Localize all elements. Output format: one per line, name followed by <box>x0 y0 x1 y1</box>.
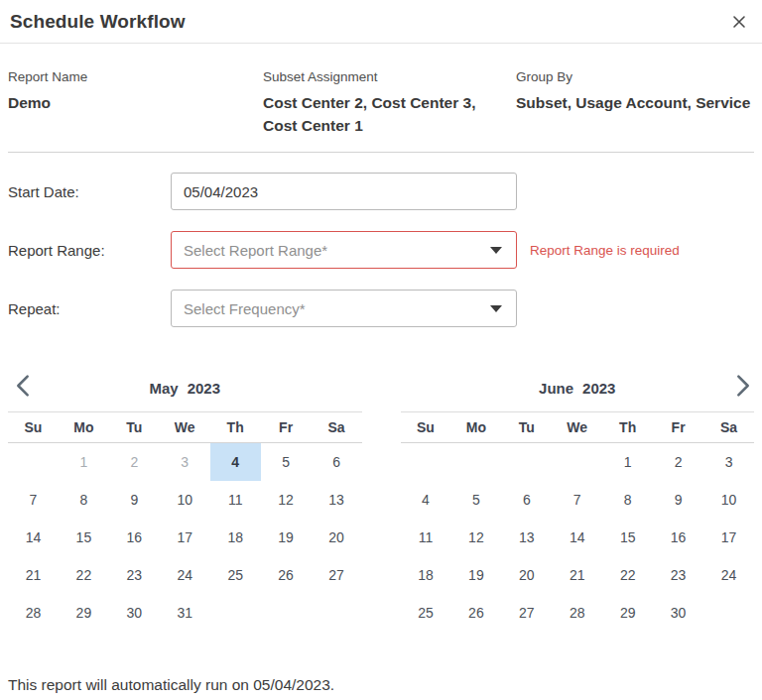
day-cell[interactable]: 26 <box>261 556 312 594</box>
day-cell[interactable]: 10 <box>160 481 210 519</box>
day-cell[interactable]: 1 <box>602 443 653 481</box>
day-cell[interactable]: 9 <box>109 481 160 519</box>
day-cell[interactable]: 19 <box>261 519 312 556</box>
day-cell[interactable]: 21 <box>552 556 602 594</box>
day-cell[interactable]: 5 <box>450 481 501 519</box>
weekday-label: Mo <box>59 419 109 435</box>
weekday-header: SuMoTuWeThFrSa <box>401 411 755 443</box>
day-cell[interactable]: 29 <box>602 594 653 632</box>
day-cell[interactable]: 22 <box>59 556 109 594</box>
weekday-label: We <box>160 419 210 435</box>
group-by-value: Subset, Usage Account, Service <box>516 91 754 114</box>
day-cell[interactable]: 31 <box>160 594 210 632</box>
day-cell[interactable]: 24 <box>160 556 210 594</box>
calendar-title: June2023 <box>401 380 755 397</box>
day-cell[interactable]: 7 <box>552 481 602 519</box>
day-cell[interactable]: 15 <box>59 519 109 556</box>
day-cell[interactable]: 5 <box>261 443 312 481</box>
month-name: May <box>149 380 178 397</box>
weekday-label: Sa <box>703 419 754 435</box>
day-cell[interactable]: 17 <box>160 519 210 556</box>
day-cell[interactable]: 29 <box>59 594 109 632</box>
weekday-label: Th <box>602 419 653 435</box>
day-cell[interactable]: 21 <box>8 556 59 594</box>
day-cell[interactable]: 22 <box>602 556 653 594</box>
day-cell[interactable]: 27 <box>501 594 552 632</box>
subset-assignment-value: Cost Center 2, Cost Center 3, Cost Cente… <box>263 91 501 137</box>
footer-note: This report will automatically run on 05… <box>8 676 762 694</box>
day-cell[interactable]: 16 <box>109 519 160 556</box>
day-cell[interactable]: 28 <box>552 594 602 632</box>
day-cell[interactable]: 3 <box>160 443 210 481</box>
empty-day-cell <box>552 443 602 481</box>
weekday-label: Su <box>401 419 451 435</box>
calendar-section: May2023 SuMoTuWeThFrSa 12345678910111213… <box>0 365 762 632</box>
next-month-button[interactable] <box>736 374 750 398</box>
day-cell[interactable]: 2 <box>109 443 160 481</box>
day-cell[interactable]: 18 <box>210 519 261 556</box>
report-range-select[interactable]: Select Report Range* <box>171 231 517 269</box>
empty-day-cell <box>8 443 59 481</box>
day-cell[interactable]: 8 <box>602 481 653 519</box>
calendar-may: May2023 SuMoTuWeThFrSa 12345678910111213… <box>8 365 362 632</box>
day-cell[interactable]: 12 <box>261 481 312 519</box>
report-range-placeholder: Select Report Range* <box>184 242 327 259</box>
day-cell[interactable]: 20 <box>312 519 362 556</box>
report-name-value: Demo <box>8 91 263 114</box>
day-cell[interactable]: 25 <box>210 556 261 594</box>
day-cell[interactable]: 6 <box>501 481 552 519</box>
report-name-label: Report Name <box>8 69 263 84</box>
day-cell[interactable]: 12 <box>450 519 501 556</box>
chevron-right-icon <box>736 374 750 398</box>
schedule-workflow-modal: Schedule Workflow Report Name Demo Subse… <box>0 0 762 694</box>
calendar-title: May2023 <box>8 380 362 397</box>
empty-day-cell <box>261 594 312 632</box>
day-cell[interactable]: 13 <box>501 519 552 556</box>
weekday-label: Fr <box>653 419 703 435</box>
day-cell[interactable]: 6 <box>312 443 362 481</box>
day-cell[interactable]: 25 <box>401 594 451 632</box>
day-cell[interactable]: 13 <box>312 481 362 519</box>
empty-day-cell <box>501 443 552 481</box>
day-cell[interactable]: 11 <box>210 481 261 519</box>
day-cell[interactable]: 15 <box>602 519 653 556</box>
day-cell[interactable]: 8 <box>59 481 109 519</box>
day-cell[interactable]: 11 <box>401 519 451 556</box>
day-cell[interactable]: 7 <box>8 481 59 519</box>
weekday-label: Tu <box>501 419 552 435</box>
day-cell[interactable]: 14 <box>552 519 602 556</box>
day-cell[interactable]: 10 <box>703 481 754 519</box>
day-cell[interactable]: 19 <box>450 556 501 594</box>
calendar-header: May2023 <box>8 365 362 411</box>
close-icon[interactable] <box>732 15 746 29</box>
report-range-label: Report Range: <box>8 242 171 259</box>
day-cell[interactable]: 18 <box>401 556 451 594</box>
day-cell[interactable]: 9 <box>653 481 703 519</box>
day-cell[interactable]: 14 <box>8 519 59 556</box>
day-grid: 1234567891011121314151617181920212223242… <box>8 443 362 632</box>
day-cell[interactable]: 24 <box>703 556 754 594</box>
calendar-june: June2023 SuMoTuWeThFrSa 1234567891011121… <box>401 365 755 632</box>
day-cell[interactable]: 4 <box>210 443 261 481</box>
day-cell[interactable]: 3 <box>703 443 754 481</box>
summary-group-by: Group By Subset, Usage Account, Service <box>516 69 754 137</box>
day-cell[interactable]: 2 <box>653 443 703 481</box>
day-cell[interactable]: 30 <box>109 594 160 632</box>
day-cell[interactable]: 4 <box>401 481 451 519</box>
repeat-row: Repeat: Select Frequency* <box>8 290 762 327</box>
start-date-input[interactable] <box>171 173 517 210</box>
day-cell[interactable]: 1 <box>59 443 109 481</box>
day-cell[interactable]: 28 <box>8 594 59 632</box>
weekday-label: Mo <box>450 419 501 435</box>
modal-title: Schedule Workflow <box>10 11 186 33</box>
day-cell[interactable]: 26 <box>450 594 501 632</box>
day-cell[interactable]: 17 <box>703 519 754 556</box>
summary-report-name: Report Name Demo <box>8 69 263 137</box>
day-cell[interactable]: 20 <box>501 556 552 594</box>
day-cell[interactable]: 16 <box>653 519 703 556</box>
repeat-select[interactable]: Select Frequency* <box>171 290 517 327</box>
day-cell[interactable]: 23 <box>109 556 160 594</box>
day-cell[interactable]: 23 <box>653 556 703 594</box>
day-cell[interactable]: 30 <box>653 594 703 632</box>
day-cell[interactable]: 27 <box>312 556 362 594</box>
